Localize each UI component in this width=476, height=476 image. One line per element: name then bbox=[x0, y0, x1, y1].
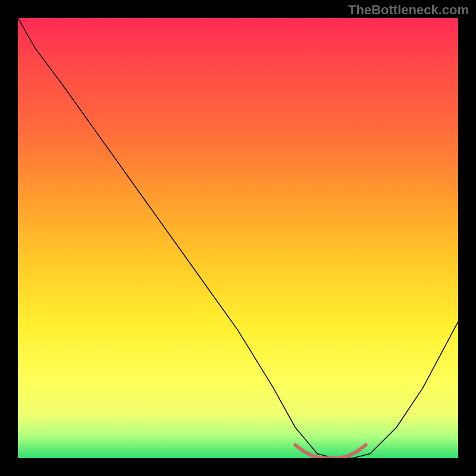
chart-svg bbox=[18, 18, 458, 458]
optimal-range-path bbox=[295, 445, 365, 458]
bottleneck-curve-path bbox=[18, 18, 458, 458]
chart-plot-area bbox=[18, 18, 458, 458]
watermark-text: TheBottleneck.com bbox=[348, 2, 469, 18]
